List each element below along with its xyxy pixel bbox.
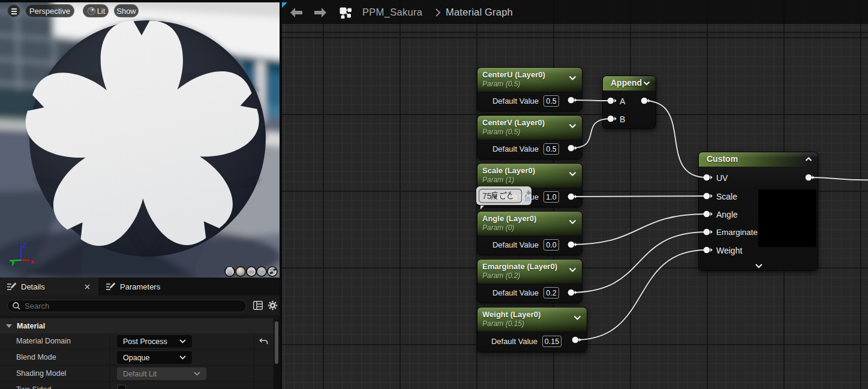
svg-text:y: y <box>11 259 15 266</box>
svg-text:Z: Z <box>23 242 26 249</box>
svg-text:x: x <box>31 258 34 265</box>
svg-text:75: 75 <box>482 191 492 201</box>
